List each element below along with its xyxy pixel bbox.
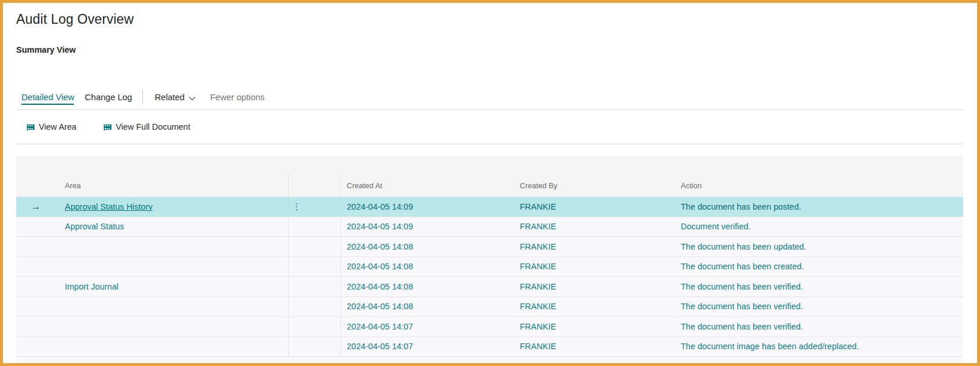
row-context-cell [289,217,341,237]
action-cell[interactable]: The document has been posted. [675,197,963,217]
created-at-cell[interactable]: 2024-04-05 14:08 [341,257,514,277]
action-cell[interactable]: The document has been verified. [675,277,963,297]
area-cell[interactable] [56,257,289,277]
row-selector-cell [16,277,56,297]
vertical-ellipsis-icon[interactable]: ⋮ [292,202,301,211]
row-context-cell [289,277,341,297]
created-by-cell[interactable]: FRANKIE [514,277,675,297]
row-selector-cell [16,317,56,336]
action-cell[interactable]: Document verified. [675,217,963,237]
row-selector-cell [16,257,56,277]
table-row[interactable]: 2024-04-05 14:08 FRANKIE The document ha… [16,297,963,317]
area-cell[interactable]: Approval Status [56,217,289,237]
table-caption-band: Area Created At Created By Action [16,156,963,197]
action-cell[interactable]: The document image has been added/replac… [675,337,963,357]
menu-related[interactable]: Related [155,92,196,103]
area-cell[interactable] [56,297,289,317]
tab-separator [142,90,143,104]
row-context-cell: ⋮ [289,197,341,217]
table-row[interactable]: 2024-04-05 14:07 FRANKIE The document im… [16,337,963,357]
action-cell[interactable]: The document has been verified. [675,297,963,317]
row-context-cell [289,337,341,357]
table-row[interactable]: Approval Status 2024-04-05 14:09 FRANKIE… [16,217,963,237]
area-link[interactable]: Approval Status History [65,202,153,211]
tab-strip: Detailed View Change Log Related Fewer o… [16,84,963,110]
menu-related-label: Related [155,92,185,102]
area-cell[interactable]: Approval Status History [56,197,289,217]
table-row[interactable]: Import Journal 2024-04-05 14:08 FRANKIE … [16,277,963,297]
created-at-cell[interactable]: 2024-04-05 14:09 [341,217,514,237]
film-strip-icon [103,123,112,131]
action-cell[interactable]: The document has been created. [675,257,963,277]
created-by-cell[interactable]: FRANKIE [514,297,675,317]
table-header-row: Area Created At Created By Action [16,174,963,197]
created-at-cell[interactable]: 2024-04-05 14:08 [341,237,514,257]
row-selector-cell [16,337,56,357]
created-at-cell[interactable]: 2024-04-05 14:08 [341,277,514,297]
tab-change-log[interactable]: Change Log [85,92,132,102]
column-header-created-by[interactable]: Created By [514,174,675,197]
table-row[interactable]: 2024-04-05 14:08 FRANKIE The document ha… [16,237,963,257]
film-strip-icon [26,123,35,131]
area-cell[interactable]: Import Journal [56,277,289,297]
right-arrow-icon: → [31,202,41,211]
created-at-cell[interactable]: 2024-04-05 14:09 [341,197,514,217]
table-row[interactable]: 2024-04-05 14:08 FRANKIE The document ha… [16,257,963,277]
created-by-cell[interactable]: FRANKIE [514,317,675,336]
area-cell[interactable] [56,237,289,257]
tab-detailed-view[interactable]: Detailed View [21,92,74,105]
row-context-cell [289,297,341,317]
row-selector-cell [16,217,56,237]
area-cell[interactable] [56,317,289,336]
row-context-cell [289,237,341,257]
created-at-cell[interactable]: 2024-04-05 14:07 [341,317,514,336]
action-bar: View Area View Full Document [16,110,963,144]
audit-log-table: → Approval Status History ⋮ 2024-04-05 1… [16,197,963,357]
view-full-document-label: View Full Document [116,122,190,131]
area-cell[interactable] [56,337,289,357]
view-full-document-button[interactable]: View Full Document [103,122,190,131]
row-selector-cell [16,237,56,257]
table-row-selected[interactable]: → Approval Status History ⋮ 2024-04-05 1… [16,197,963,217]
page-title: Audit Log Overview [16,12,134,27]
created-by-cell[interactable]: FRANKIE [514,217,675,237]
chevron-down-icon [189,93,196,103]
row-selector-cell: → [16,197,56,217]
table-row[interactable]: 2024-04-05 14:07 FRANKIE The document ha… [16,317,963,337]
column-header-created-at[interactable]: Created At [341,174,514,197]
created-by-cell[interactable]: FRANKIE [514,337,675,357]
row-context-cell [289,317,341,336]
column-header-action[interactable]: Action [675,174,963,197]
view-area-button[interactable]: View Area [26,122,76,131]
fewer-options-button[interactable]: Fewer options [210,92,265,102]
view-area-label: View Area [39,122,76,131]
created-at-cell[interactable]: 2024-04-05 14:08 [341,297,514,317]
row-selector-cell [16,297,56,317]
row-context-cell [289,257,341,277]
created-by-cell[interactable]: FRANKIE [514,257,675,277]
partial-row [16,357,963,363]
created-by-cell[interactable]: FRANKIE [514,197,675,217]
created-by-cell[interactable]: FRANKIE [514,237,675,257]
column-header-selector [16,174,56,197]
page-subtitle: Summary View [16,45,76,54]
column-header-spacer [289,174,341,197]
action-cell[interactable]: The document has been updated. [675,237,963,257]
created-at-cell[interactable]: 2024-04-05 14:07 [341,337,514,357]
column-header-area[interactable]: Area [56,174,289,197]
action-cell[interactable]: The document has been verified. [675,317,963,336]
